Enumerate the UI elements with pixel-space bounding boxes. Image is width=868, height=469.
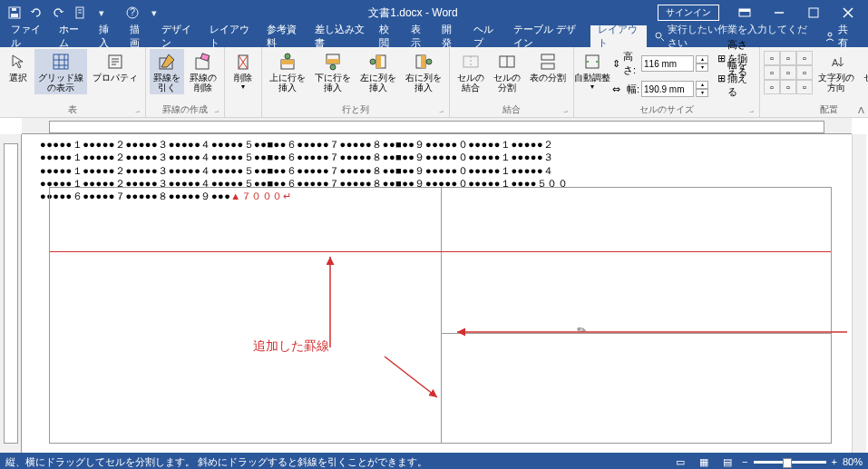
tab-3[interactable]: 描画 bbox=[122, 25, 154, 47]
width-spinner[interactable]: ⇔幅:▴▾ bbox=[612, 81, 708, 97]
tab-7[interactable]: 差し込み文書 bbox=[307, 25, 373, 47]
collapse-ribbon-icon[interactable]: ᐱ bbox=[858, 105, 864, 115]
undo-icon[interactable] bbox=[27, 4, 45, 22]
tab-8[interactable]: 校閲 bbox=[372, 25, 404, 47]
doc-icon[interactable] bbox=[71, 4, 89, 22]
select-button[interactable]: 選択 bbox=[4, 49, 33, 84]
svg-rect-9 bbox=[739, 9, 750, 12]
insert-col-right-button[interactable]: 右に列を 挿入 bbox=[402, 49, 445, 94]
group-label-cellsize: セルのサイズ bbox=[578, 103, 756, 117]
svg-text:A: A bbox=[832, 57, 839, 68]
vertical-scrollbar[interactable] bbox=[852, 134, 866, 453]
svg-point-16 bbox=[828, 33, 832, 36]
tab-13[interactable]: レイアウト bbox=[590, 25, 647, 47]
insert-row-below-button[interactable]: 下に行を 挿入 bbox=[311, 49, 355, 94]
window-title: 文書1.docx - Word bbox=[169, 5, 658, 21]
vertical-ruler[interactable] bbox=[0, 134, 22, 453]
svg-point-34 bbox=[285, 54, 290, 59]
minimize-icon[interactable] bbox=[763, 2, 795, 24]
group-label-merge: 結合 bbox=[454, 103, 570, 117]
split-cells-button[interactable]: セルの 分割 bbox=[490, 49, 524, 94]
status-text: 縦、横にドラッグしてセルを分割します。 斜めにドラッグすると斜線を引くことができ… bbox=[5, 455, 427, 469]
group-label-align: 配置 bbox=[764, 103, 868, 117]
svg-rect-2 bbox=[12, 8, 16, 11]
horizontal-ruler[interactable] bbox=[22, 118, 852, 134]
table[interactable]: ✎ bbox=[49, 187, 832, 444]
svg-rect-11 bbox=[809, 8, 818, 17]
zoom-value[interactable]: 80% bbox=[843, 456, 863, 467]
pencil-cursor-icon: ✎ bbox=[574, 322, 589, 337]
insert-row-above-button[interactable]: 上に行を 挿入 bbox=[266, 49, 309, 94]
gridlines-button[interactable]: グリッド線 の表示 bbox=[34, 49, 87, 94]
page[interactable]: ●●●●●１●●●●●２●●●●●３●●●●●４●●●●●５●●■●●６●●●●… bbox=[22, 134, 868, 453]
insert-col-left-button[interactable]: 左に列を 挿入 bbox=[356, 49, 400, 94]
tab-4[interactable]: デザイン bbox=[154, 25, 202, 47]
tab-9[interactable]: 表示 bbox=[404, 25, 435, 47]
split-table-button[interactable]: 表の分割 bbox=[526, 49, 570, 84]
document-area: ●●●●●１●●●●●２●●●●●３●●●●●４●●●●●５●●■●●６●●●●… bbox=[0, 134, 868, 453]
svg-point-40 bbox=[370, 59, 375, 64]
quick-access-toolbar: ▾ ? ▾ bbox=[0, 4, 169, 22]
help-icon[interactable]: ? bbox=[123, 4, 141, 22]
view-read-icon[interactable]: ▭ bbox=[671, 454, 689, 469]
cell-margins-button[interactable]: セルの 配置 bbox=[860, 49, 868, 94]
group-label-table: 表 bbox=[4, 103, 141, 117]
tab-10[interactable]: 開発 bbox=[434, 25, 466, 47]
redo-icon[interactable] bbox=[49, 4, 67, 22]
svg-rect-36 bbox=[327, 59, 339, 64]
close-icon[interactable] bbox=[832, 2, 864, 24]
draw-border-button[interactable]: 罫線を 引く bbox=[150, 49, 184, 94]
zoom-out-icon[interactable]: − bbox=[742, 456, 747, 467]
svg-text:?: ? bbox=[130, 6, 135, 17]
merge-cells-button[interactable]: セルの 結合 bbox=[454, 49, 488, 94]
group-label-rowscols: 行と列 bbox=[266, 103, 445, 117]
svg-rect-42 bbox=[421, 55, 425, 68]
properties-button[interactable]: プロパティ bbox=[89, 49, 141, 84]
autofit-button[interactable]: 自動調整▾ bbox=[578, 49, 607, 93]
statusbar: 縦、横にドラッグしてセルを分割します。 斜めにドラッグすると斜線を引くことができ… bbox=[0, 453, 868, 469]
svg-rect-1 bbox=[11, 14, 18, 17]
ruler-area bbox=[0, 118, 868, 134]
svg-line-15 bbox=[661, 38, 664, 41]
tab-1[interactable]: ホーム bbox=[52, 25, 92, 47]
tab-12[interactable]: テーブル デザイン bbox=[506, 25, 590, 47]
svg-rect-33 bbox=[281, 60, 294, 64]
maximize-icon[interactable] bbox=[797, 2, 830, 24]
svg-point-37 bbox=[330, 64, 336, 70]
svg-rect-39 bbox=[376, 55, 381, 68]
svg-point-43 bbox=[426, 59, 432, 64]
titlebar: ▾ ? ▾ 文書1.docx - Word サインイン bbox=[0, 0, 868, 25]
qat-more-icon[interactable]: ▾ bbox=[93, 4, 111, 22]
tab-5[interactable]: レイアウト bbox=[202, 25, 258, 47]
svg-rect-49 bbox=[541, 64, 554, 69]
text-direction-button[interactable]: A文字列の 方向 bbox=[814, 49, 858, 94]
distribute-cols-button[interactable]: ⊞幅を揃える bbox=[714, 69, 756, 87]
view-web-icon[interactable]: ▤ bbox=[718, 454, 736, 469]
zoom-slider[interactable] bbox=[754, 461, 826, 464]
view-print-icon[interactable]: ▦ bbox=[695, 454, 713, 469]
svg-point-14 bbox=[656, 33, 661, 38]
save-icon[interactable] bbox=[5, 4, 24, 22]
tab-6[interactable]: 参考資料 bbox=[259, 25, 307, 47]
svg-rect-17 bbox=[54, 54, 68, 69]
height-spinner[interactable]: ⇕高さ:▴▾ bbox=[612, 50, 708, 77]
svg-rect-28 bbox=[200, 54, 210, 61]
delete-button[interactable]: 削除▾ bbox=[229, 49, 258, 93]
group-label-draw: 罫線の作成 bbox=[150, 103, 220, 117]
svg-rect-48 bbox=[541, 54, 554, 60]
align-grid[interactable]: ▫▫▫ ▫▫▫ ▫▫▫ bbox=[764, 49, 813, 94]
annotation-text: 追加した罫線 bbox=[253, 338, 329, 355]
erase-border-button[interactable]: 罫線の 削除 bbox=[186, 49, 220, 94]
ribbon: 選択 グリッド線 の表示 プロパティ 表 罫線を 引く 罫線の 削除 罫線の作成… bbox=[0, 47, 868, 118]
tab-0[interactable]: ファイル bbox=[4, 25, 52, 47]
zoom-in-icon[interactable]: + bbox=[832, 456, 837, 467]
tab-2[interactable]: 挿入 bbox=[92, 25, 123, 47]
ribbon-options-icon[interactable] bbox=[728, 2, 761, 24]
qat-more2-icon[interactable]: ▾ bbox=[145, 4, 163, 22]
share-button[interactable]: 共有 bbox=[815, 23, 864, 50]
tab-11[interactable]: ヘルプ bbox=[466, 25, 506, 47]
signin-button[interactable]: サインイン bbox=[658, 5, 719, 21]
